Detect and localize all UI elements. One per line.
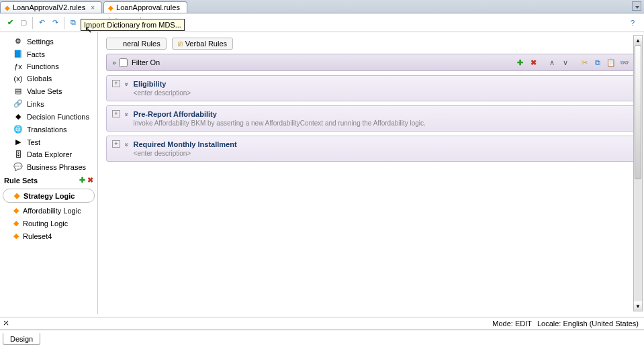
sidebar-item-label: Functions [27, 62, 59, 70]
new-item-button[interactable]: ▢ [17, 17, 30, 29]
chevron-down-icon[interactable]: » [123, 113, 130, 115]
sidebar-item-label: Business Phrases [27, 163, 86, 171]
sidebar-item-label: Facts [27, 50, 45, 58]
tab-list-dropdown[interactable] [632, 1, 641, 11]
sidebar-item-data-explorer[interactable]: 🗄Data Explorer [0, 148, 97, 160]
expand-collapse-button[interactable]: + [112, 140, 120, 148]
ruleset-icon: ◆ [13, 206, 19, 215]
sidebar-item-links[interactable]: 🔗Links [0, 97, 97, 110]
filter-label: Filter On [132, 58, 160, 66]
sidebar-item-business-phrases[interactable]: 💬Business Phrases [0, 160, 97, 173]
sidebar-item-functions[interactable]: ƒxFunctions [0, 60, 97, 72]
add-rule-button[interactable]: ✚ [514, 57, 525, 68]
rules-file-icon: ◆ [5, 4, 10, 11]
paste-button[interactable]: 📋 [606, 57, 616, 68]
import-mds-button[interactable]: ⧉ [67, 17, 79, 29]
filter-toolbar: » Filter On ✚ ✖ ∧ ∨ ✂ ⧉ 📋 👓 [106, 54, 636, 71]
find-button[interactable]: 👓 [619, 57, 630, 68]
add-ruleset-button[interactable]: ✚ [79, 176, 85, 185]
design-view-tab[interactable]: Design [3, 333, 40, 345]
valuesets-icon: ▤ [13, 87, 23, 95]
mode-indicator: Mode: EDIT [492, 319, 532, 328]
close-icon[interactable]: × [91, 4, 95, 11]
broken-link-icon[interactable]: ⤫ [3, 318, 9, 328]
help-button[interactable]: ? [627, 17, 639, 29]
expand-collapse-button[interactable]: + [112, 110, 120, 117]
delete-rule-button[interactable]: ✖ [528, 57, 539, 68]
rule-description: <enter description> [134, 150, 630, 157]
globals-icon: (x) [13, 75, 23, 83]
test-icon: ▶ [13, 138, 23, 146]
sidebar-item-globals[interactable]: (x)Globals [0, 72, 97, 85]
sidebar-item-facts[interactable]: 📘Facts [0, 48, 97, 60]
rule-description: invoke Affordability BKM by asserting a … [134, 119, 630, 127]
tooltip: Import Dictionary from MDS... [81, 19, 185, 31]
editor-tabbar: ◆ LoanApprovalV2.rules × ◆ LoanApproval.… [0, 0, 644, 13]
subtab-label: Verbal Rules [185, 40, 227, 48]
rulesets-header: Rule Sets ✚ ✖ [0, 173, 97, 187]
ruleset-label: Routing Logic [23, 219, 68, 228]
rules-subtabs: neral Rules ⎚ Verbal Rules [101, 35, 641, 54]
decisionfn-icon: ◆ [13, 112, 23, 121]
rule-description: <enter description> [134, 89, 630, 97]
scroll-up-button[interactable]: ▲ [634, 36, 642, 45]
rule-row[interactable]: +»Required Monthly Installment<enter des… [106, 136, 636, 162]
sidebar-item-settings[interactable]: ⚙Settings [0, 35, 97, 48]
expand-collapse-button[interactable]: + [112, 80, 120, 87]
tab-general-rules[interactable]: neral Rules [106, 38, 167, 50]
tab-label: LoanApproval.rules [116, 3, 180, 11]
sidebar-item-label: Globals [27, 75, 52, 83]
links-icon: 🔗 [13, 99, 23, 108]
sidebar-item-decision-functions[interactable]: ◆Decision Functions [0, 110, 97, 123]
sidebar-item-label: Settings [27, 38, 54, 46]
body-area: ⚙Settings📘FactsƒxFunctions(x)Globals▤Val… [0, 32, 644, 314]
scroll-down-button[interactable]: ▼ [634, 301, 642, 311]
ruleset-label: Ruleset4 [23, 232, 52, 240]
ruleset-item[interactable]: ◆Strategy Logic [3, 189, 95, 203]
functions-icon: ƒx [13, 62, 23, 70]
chevron-down-icon[interactable]: » [123, 83, 130, 85]
cut-button[interactable]: ✂ [579, 57, 590, 68]
sidebar-item-label: Data Explorer [27, 150, 72, 158]
sidebar-item-translations[interactable]: 🌐Translations [0, 123, 97, 136]
ruleset-item[interactable]: ◆Ruleset4 [0, 230, 97, 242]
scroll-thumb[interactable] [635, 45, 641, 179]
vertical-scrollbar[interactable]: ▲ ▼ [633, 35, 643, 311]
ruleset-label: Strategy Logic [24, 192, 75, 200]
tab-loanapproval[interactable]: ◆ LoanApproval.rules [103, 1, 187, 13]
move-up-button[interactable]: ∧ [547, 57, 557, 68]
rule-row[interactable]: +»Pre-Report Affordabilityinvoke Afforda… [106, 105, 636, 132]
sidebar-item-test[interactable]: ▶Test [0, 136, 97, 148]
rule-row[interactable]: +»Eligibility<enter description> [106, 75, 636, 101]
redo-button[interactable]: ↷ [49, 17, 61, 29]
tab-verbal-rules[interactable]: ⎚ Verbal Rules [172, 38, 233, 50]
move-down-button[interactable]: ∨ [560, 57, 571, 68]
sidebar-item-label: Test [27, 138, 40, 146]
rules-file-icon: ◆ [108, 4, 113, 11]
collapse-all-icon[interactable]: » [112, 59, 115, 66]
tab-loanapprovalv2[interactable]: ◆ LoanApprovalV2.rules × [0, 1, 102, 13]
delete-ruleset-button[interactable]: ✖ [87, 176, 93, 185]
sidebar-item-label: Value Sets [27, 87, 62, 95]
sidebar-item-label: Links [27, 100, 44, 108]
copy-button[interactable]: ⧉ [592, 57, 603, 68]
sidebar-item-label: Translations [27, 126, 67, 134]
sidebar-item-value-sets[interactable]: ▤Value Sets [0, 85, 97, 97]
bizphrases-icon: 💬 [13, 162, 23, 171]
facts-icon: 📘 [13, 50, 23, 58]
validate-button[interactable]: ✔ [4, 17, 16, 29]
tab-label: LoanApprovalV2.rules [13, 3, 85, 11]
ruleset-icon: ◆ [13, 232, 19, 240]
ruleset-item[interactable]: ◆Affordability Logic [0, 204, 97, 217]
locale-indicator: Locale: English (United States) [537, 319, 639, 328]
verbal-icon: ⎚ [178, 40, 183, 48]
chevron-down-icon[interactable]: » [123, 143, 130, 146]
ruleset-item[interactable]: ◆Routing Logic [0, 217, 97, 230]
ruleset-label: Affordability Logic [23, 207, 81, 215]
sidebar-item-label: Decision Functions [27, 113, 89, 121]
ruleset-icon: ◆ [14, 191, 19, 200]
rule-title: Required Monthly Installment [134, 140, 630, 148]
status-bar: Mode: EDIT Locale: English (United State… [0, 317, 644, 329]
undo-button[interactable]: ↶ [36, 17, 48, 29]
filter-on-checkbox[interactable] [119, 58, 128, 67]
